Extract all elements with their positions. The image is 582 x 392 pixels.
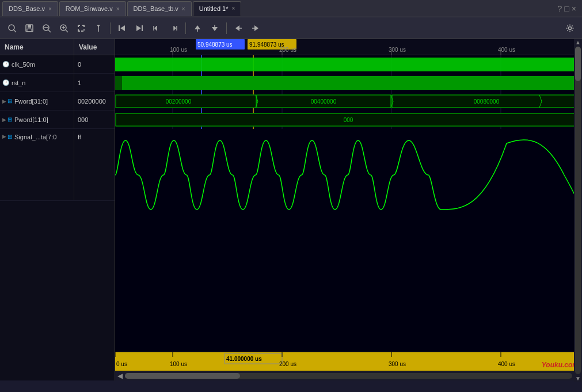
up-button[interactable]	[190, 21, 205, 36]
signal-row-pword[interactable]: ▶ ⊞ Pword[11:0] 000	[0, 111, 115, 129]
svg-marker-24	[195, 25, 200, 29]
signal-name-clk50m: 🕐 clk_50m	[0, 55, 74, 74]
svg-text:41.000000 us: 41.000000 us	[226, 356, 262, 362]
expand-fword-icon[interactable]: ▶	[2, 98, 6, 104]
settings-button[interactable]	[562, 21, 577, 36]
horizontal-scrollbar[interactable]: ◀ ▶	[115, 370, 582, 380]
scroll-thumb[interactable]	[125, 373, 240, 379]
svg-rect-52	[115, 58, 582, 71]
svg-point-0	[9, 25, 14, 31]
clk-icon-rstn: 🕐	[2, 79, 9, 86]
scroll-left-arrow[interactable]: ◀	[115, 372, 125, 380]
svg-point-32	[569, 26, 572, 29]
svg-line-11	[66, 30, 68, 32]
signal-row-signal-ta[interactable]: ▶ ⊞ Signal_...ta[7:0 ff	[0, 129, 115, 201]
svg-rect-54	[122, 76, 582, 90]
vertical-scrollbar[interactable]: ▲ ▼	[574, 39, 582, 382]
signal-name-signal-ta: ▶ ⊞ Signal_...ta[7:0	[0, 131, 74, 200]
svg-marker-13	[97, 25, 100, 27]
time-ruler-bottom: 41.000000 us 0 us 100 us 200 us 300 us 4…	[115, 352, 582, 370]
window-controls: ? □ ×	[558, 4, 580, 13]
svg-text:00400000: 00400000	[311, 98, 337, 105]
signal-value-pword: 000	[74, 111, 115, 129]
scroll-up-arrow[interactable]: ▲	[575, 39, 581, 45]
tab-bar: DDS_Base.v × ROM_Sinwave.v × DDS_Base_tb…	[0, 0, 582, 17]
next-edge-button[interactable]	[166, 21, 181, 36]
svg-text:50.948873 us: 50.948873 us	[197, 41, 233, 48]
close-window-icon[interactable]: ×	[572, 4, 576, 13]
zoom-out-button[interactable]	[39, 21, 54, 36]
svg-rect-3	[28, 25, 31, 28]
toolbar	[0, 17, 582, 39]
svg-marker-17	[136, 25, 141, 31]
signal-value-clk50m: 0	[74, 55, 115, 74]
svg-text:400 us: 400 us	[498, 361, 515, 367]
svg-line-7	[48, 30, 51, 32]
tab-label: DDS_Base.v	[9, 5, 45, 12]
zoom-fit-button[interactable]	[5, 21, 20, 36]
name-column-header: Name	[0, 39, 74, 55]
fit-button[interactable]	[74, 21, 89, 36]
cursor-button[interactable]	[91, 21, 106, 36]
svg-text:0 us: 0 us	[116, 361, 127, 367]
bus-icon-pword: ⊞	[7, 116, 12, 123]
svg-text:200 us: 200 us	[279, 361, 296, 367]
signal-name-pword: ▶ ⊞ Pword[11:0]	[0, 111, 74, 129]
waveform-canvas[interactable]: 00200000 00400000 00080000 000	[115, 55, 582, 352]
bus-icon-fword: ⊞	[7, 98, 12, 104]
vscroll-thumb[interactable]	[575, 47, 581, 81]
svg-marker-15	[120, 25, 125, 31]
clk-icon: 🕐	[2, 61, 9, 67]
signal-name-rstn: 🕐 rst_n	[0, 74, 74, 92]
svg-text:00080000: 00080000	[474, 98, 500, 105]
signal-row-fword[interactable]: ▶ ⊞ Fword[31:0] 00200000	[0, 92, 115, 111]
zoom-in-button[interactable]	[56, 21, 71, 36]
signal-list-header: Name Value	[0, 39, 115, 55]
tab-dds-base-tb[interactable]: DDS_Base_tb.v ×	[127, 1, 192, 16]
svg-marker-19	[154, 26, 157, 31]
signal-name-fword: ▶ ⊞ Fword[31:0]	[0, 92, 74, 111]
tab-untitled[interactable]: Untitled 1* ×	[193, 1, 242, 16]
signal-value-fword: 00200000	[74, 92, 115, 111]
toolbar-separator-3	[226, 22, 227, 34]
bus-icon-signalta: ⊞	[7, 134, 12, 140]
watermark-text: Youku.com	[542, 361, 579, 369]
tab-close-icon[interactable]: ×	[182, 6, 185, 12]
tab-label: ROM_Sinwave.v	[66, 5, 113, 12]
waveform-area[interactable]: 50.948873 us 91.948873 us 100 us 200 us …	[115, 39, 582, 380]
svg-marker-30	[254, 25, 258, 31]
signal-row-rstn[interactable]: 🕐 rst_n 1	[0, 74, 115, 92]
signal-list: Name Value 🕐 clk_50m 0 🕐 rst_n 1 ▶ ⊞ Fwo…	[0, 39, 115, 380]
right-button[interactable]	[248, 21, 263, 36]
toolbar-separator-2	[185, 22, 186, 34]
tab-label: DDS_Base_tb.v	[134, 5, 178, 12]
prev-edge-button[interactable]	[149, 21, 164, 36]
down-button[interactable]	[207, 21, 222, 36]
restore-icon[interactable]: □	[564, 4, 569, 13]
tab-close-icon[interactable]: ×	[48, 6, 52, 12]
toolbar-separator-1	[110, 22, 111, 34]
tab-close-icon[interactable]: ×	[116, 6, 120, 12]
svg-marker-28	[235, 25, 239, 31]
svg-text:000: 000	[344, 117, 353, 123]
tab-rom-sinwave[interactable]: ROM_Sinwave.v ×	[59, 1, 126, 16]
tab-label: Untitled 1*	[199, 5, 229, 12]
left-button[interactable]	[231, 21, 246, 36]
time-ruler-top: 50.948873 us 91.948873 us 100 us 200 us …	[115, 39, 582, 55]
expand-pword-icon[interactable]: ▶	[2, 117, 6, 123]
svg-marker-26	[212, 27, 218, 31]
tab-dds-base[interactable]: DDS_Base.v ×	[2, 1, 58, 16]
main-area: Name Value 🕐 clk_50m 0 🕐 rst_n 1 ▶ ⊞ Fwo…	[0, 39, 582, 380]
svg-text:300 us: 300 us	[389, 361, 406, 367]
svg-line-1	[14, 30, 16, 32]
svg-text:00200000: 00200000	[166, 98, 192, 105]
signal-row-clk50m[interactable]: 🕐 clk_50m 0	[0, 55, 115, 74]
scroll-down-arrow[interactable]: ▼	[575, 375, 581, 382]
save-button[interactable]	[22, 21, 37, 36]
goto-start-button[interactable]	[115, 21, 130, 36]
expand-signalta-icon[interactable]: ▶	[2, 134, 6, 139]
tab-close-icon[interactable]: ×	[231, 5, 235, 12]
goto-end-button[interactable]	[132, 21, 147, 36]
help-icon[interactable]: ?	[558, 4, 562, 13]
svg-marker-22	[174, 26, 176, 31]
